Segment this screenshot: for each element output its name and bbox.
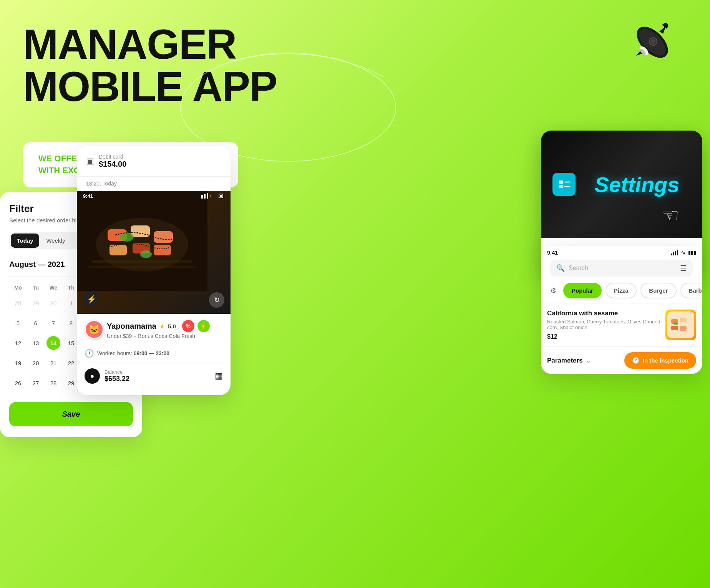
balance-row: ● Balance $653.22 ▦	[85, 363, 223, 389]
balance-amount: $653.22	[105, 375, 129, 383]
svg-rect-31	[680, 318, 687, 322]
parameters-label: Parameters	[547, 357, 583, 364]
calendar-day[interactable]: 30	[45, 293, 62, 313]
cursor-icon: ☜	[662, 204, 679, 227]
restaurant-card: ▣ Debit card $154.00 18:20, Today	[77, 146, 231, 395]
day-header-we: We	[45, 282, 62, 293]
hero-title: MANAGER MOBILE APP	[23, 23, 277, 108]
clock-icon: 🕐	[85, 349, 94, 358]
category-barbequ[interactable]: Barbequ	[680, 283, 702, 298]
phone-status-bar-2: 9:41 ∿ ▮▮▮	[541, 246, 702, 257]
search-container: 🔍 Search ☰	[541, 257, 702, 278]
food-item-price: $12	[547, 333, 661, 340]
food-image: 9:41 ≈ ⚡ ↻	[77, 191, 231, 314]
tab-weekly[interactable]: Weekly	[41, 234, 70, 248]
star-icon: ★	[159, 323, 165, 330]
svg-text:≈: ≈	[210, 194, 212, 199]
food-item-image	[665, 310, 696, 340]
worked-hours-row: 🕐 Worked hours: 09:00 — 23:00	[85, 344, 223, 363]
battery-icon: ▮▮▮	[688, 250, 696, 255]
settings-icon-box	[552, 173, 576, 196]
search-input[interactable]: Search	[569, 265, 676, 272]
card-icon: ▣	[86, 156, 94, 166]
debit-label: Debit card	[99, 154, 126, 160]
speed-button[interactable]: ⚡	[83, 291, 100, 308]
calendar-day[interactable]: 27	[27, 373, 45, 393]
debit-header: ▣ Debit card $154.00	[77, 146, 231, 177]
filter-adjust-icon[interactable]: ☰	[680, 263, 687, 273]
balance-icon: ●	[85, 368, 100, 384]
refresh-button[interactable]: ↻	[209, 292, 224, 308]
svg-rect-10	[131, 225, 150, 237]
svg-rect-32	[671, 326, 678, 330]
category-popular[interactable]: Popular	[563, 283, 602, 298]
svg-rect-19	[201, 195, 203, 199]
svg-rect-25	[559, 181, 563, 184]
parameters-row: Parameters ⌄ 🕐 In the inspection	[541, 346, 702, 374]
signal-icon	[671, 250, 678, 255]
calendar-day[interactable]: 12	[9, 333, 27, 353]
calendar-day[interactable]: 20	[27, 353, 45, 373]
svg-rect-14	[154, 245, 171, 255]
category-filter-icon[interactable]: ⚙	[547, 283, 559, 298]
calendar-day[interactable]: 14	[45, 333, 62, 353]
worked-hours-value: 09:00 — 23:00	[134, 350, 169, 356]
rocket-icon	[625, 15, 679, 69]
order-time: 18:20, Today	[77, 177, 231, 191]
rating-value: 5.0	[168, 323, 176, 330]
svg-rect-29	[667, 311, 694, 338]
svg-rect-24	[220, 195, 222, 197]
search-row[interactable]: 🔍 Search ☰	[550, 260, 693, 277]
svg-rect-33	[680, 326, 687, 331]
calendar-day[interactable]: 26	[9, 373, 27, 393]
phone-time: 9:41	[83, 193, 93, 199]
svg-rect-26	[559, 185, 563, 188]
svg-rect-18	[88, 266, 196, 268]
phone-icons: ∿ ▮▮▮	[671, 250, 696, 256]
restaurant-avatar: 🐱	[85, 320, 104, 339]
calendar-day[interactable]: 19	[9, 353, 27, 373]
svg-point-3	[651, 39, 655, 44]
svg-rect-20	[204, 194, 206, 199]
category-row: ⚙ Popular Pizza Burger Barbequ	[541, 278, 702, 303]
save-button[interactable]: Save	[9, 402, 133, 426]
wifi-icon: ∿	[681, 250, 685, 256]
category-pizza[interactable]: Pizza	[605, 283, 637, 298]
svg-rect-11	[154, 231, 173, 243]
settings-image: Settings ☜	[541, 131, 702, 238]
phone-time-2: 9:41	[547, 250, 558, 256]
food-order-card: 9:41 ∿ ▮▮▮ 🔍 Search ☰ ⚙ Popular Pizza Bu…	[541, 246, 702, 374]
svg-rect-17	[92, 260, 192, 263]
category-burger[interactable]: Burger	[640, 283, 676, 298]
food-item-info: California with sesame Roasted Salmon, C…	[547, 310, 661, 340]
tab-today[interactable]: Today	[11, 234, 39, 248]
calendar-day[interactable]: 5	[9, 313, 27, 333]
balance-label: Balance	[105, 369, 129, 375]
calendar-day[interactable]: 7	[45, 313, 62, 333]
debit-amount: $154.00	[99, 160, 126, 169]
chevron-down-icon[interactable]: ⌄	[586, 357, 591, 364]
calendar-day[interactable]: 13	[27, 333, 45, 353]
search-icon: 🔍	[556, 264, 565, 272]
svg-rect-21	[207, 193, 208, 199]
restaurant-name: Yaponamama	[107, 322, 156, 331]
day-header-mo: Mo	[9, 282, 27, 293]
restaurant-info: 🐱 Yaponamama ★ 5.0 % ⚡ Under $39 + Bonus…	[77, 314, 231, 395]
food-item-description: Roasted Salmon, Cherry Tomatoes, Olives …	[547, 319, 661, 330]
calendar-day[interactable]: 6	[27, 313, 45, 333]
worked-label: Worked hours: 09:00 — 23:00	[97, 350, 169, 356]
inspection-button[interactable]: 🕐 In the inspection	[624, 352, 696, 369]
calendar-day[interactable]: 29	[27, 293, 45, 313]
phone-status-bar: 9:41 ≈	[77, 191, 231, 202]
bar-chart-icon: ▦	[215, 371, 223, 381]
calendar-day[interactable]: 28	[45, 373, 62, 393]
calendar-day[interactable]: 21	[45, 353, 62, 373]
restaurant-offer: Under $39 + Bonus Coca Cola Fresh	[107, 333, 210, 339]
speed-badge: ⚡	[197, 320, 210, 332]
day-header-tu: Tu	[27, 282, 45, 293]
food-item-row: California with sesame Roasted Salmon, C…	[541, 303, 702, 346]
svg-point-34	[674, 322, 678, 325]
calendar-day[interactable]: 28	[9, 293, 27, 313]
svg-point-16	[140, 250, 152, 258]
clock-icon-2: 🕐	[632, 357, 640, 364]
